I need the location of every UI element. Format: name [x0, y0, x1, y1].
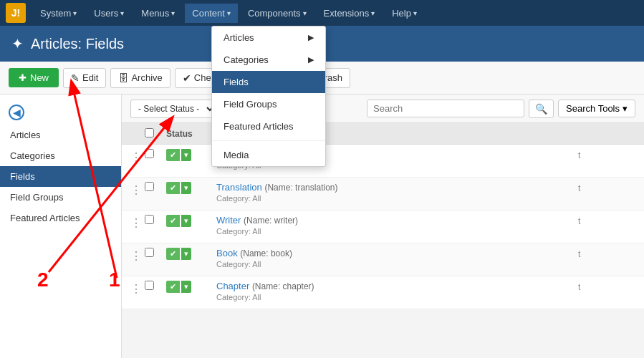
table-row: ⋮ ✔ ▾ Book (Name: book) Category: All t — [122, 243, 644, 276]
row-title-cell: Translation (Name: translation) Category… — [216, 182, 578, 203]
status-dropdown-button[interactable]: ▾ — [181, 248, 191, 260]
drag-handle[interactable]: ⋮ — [130, 182, 145, 197]
row-category: Category: All — [216, 194, 578, 203]
dropdown-divider — [212, 140, 325, 141]
status-dropdown-button[interactable]: ▾ — [181, 281, 191, 293]
row-checkbox[interactable] — [145, 215, 154, 224]
nav-extensions[interactable]: Extensions ▾ — [317, 4, 383, 23]
row-title-cell: Book (Name: book) Category: All — [216, 248, 578, 268]
status-published-button[interactable]: ✔ — [166, 182, 180, 194]
select-all-checkbox[interactable] — [145, 128, 154, 137]
chevron-down-icon: ▾ — [73, 9, 77, 17]
chevron-down-icon: ▾ — [303, 9, 307, 17]
new-button[interactable]: ✚ New — [9, 68, 59, 87]
table-row: ⋮ ✔ ▾ Chapter (Name: chapter) Category: … — [122, 276, 644, 309]
nav-system[interactable]: System ▾ — [33, 4, 84, 23]
status-dropdown-button[interactable]: ▾ — [181, 182, 191, 194]
dropdown-articles[interactable]: Articles ▶ — [212, 26, 325, 49]
checkin-icon: ✔ — [183, 72, 191, 84]
row-category: Category: All — [216, 293, 578, 301]
page-title: Articles: Fields — [31, 36, 124, 52]
row-checkbox-cell — [145, 281, 166, 292]
row-title-link[interactable]: Writer (Name: writer) — [216, 215, 298, 226]
chevron-down-icon: ▾ — [227, 9, 231, 17]
status-dropdown-button[interactable]: ▾ — [181, 149, 191, 161]
edit-button[interactable]: ✎ Edit — [63, 68, 106, 88]
chevron-right-icon: ▶ — [308, 33, 314, 42]
sidebar-item-field-groups[interactable]: Field Groups — [0, 187, 121, 208]
drag-handle[interactable]: ⋮ — [130, 281, 145, 296]
archive-button[interactable]: 🗄 Archive — [110, 68, 170, 88]
table-row: ⋮ ✔ ▾ Writer (Name: writer) Category: Al… — [122, 211, 644, 243]
status-cell: ✔ ▾ — [166, 182, 216, 194]
search-tools-button[interactable]: Search Tools ▾ — [558, 100, 635, 117]
chevron-down-icon: ▾ — [371, 9, 375, 17]
chevron-down-icon: ▾ — [623, 103, 628, 114]
row-checkbox-cell — [145, 182, 166, 193]
row-type: t — [578, 281, 635, 292]
chevron-right-icon: ▶ — [308, 55, 314, 64]
filter-bar: - Select Status - All 🔍 Search Tools ▾ — [122, 95, 644, 123]
filter-select[interactable]: - Select Status - — [130, 100, 216, 118]
sidebar: ◀ Articles Categories Fields Field Group… — [0, 95, 122, 358]
status-published-button[interactable]: ✔ — [166, 281, 180, 293]
table-body: ⋮ ✔ ▾ Ancient (Name: ancient) Category: … — [122, 145, 644, 309]
edit-icon: ✎ — [71, 72, 80, 84]
status-published-button[interactable]: ✔ — [166, 248, 180, 260]
nav-components[interactable]: Components ▾ — [241, 4, 314, 23]
dropdown-featured-articles[interactable]: Featured Articles — [212, 115, 325, 137]
nav-content[interactable]: Content ▾ — [185, 4, 238, 23]
chevron-down-icon: ▾ — [413, 9, 417, 17]
plus-icon: ✚ — [19, 72, 27, 83]
row-title-link[interactable]: Translation (Name: translation) — [216, 182, 337, 193]
sidebar-item-fields[interactable]: Fields — [0, 166, 121, 187]
search-input[interactable] — [367, 100, 524, 117]
search-button[interactable]: 🔍 — [529, 100, 554, 118]
joomla-logo[interactable]: J! — [6, 3, 26, 23]
status-published-button[interactable]: ✔ — [166, 149, 180, 161]
sidebar-item-featured-articles[interactable]: Featured Articles — [0, 208, 121, 228]
row-type: t — [578, 215, 635, 226]
row-checkbox[interactable] — [145, 248, 154, 257]
row-category: Category: All — [216, 227, 578, 236]
drag-handle[interactable]: ⋮ — [130, 149, 145, 164]
circle-back-icon: ◀ — [9, 105, 24, 120]
row-title-cell: Chapter (Name: chapter) Category: All — [216, 281, 578, 301]
row-title-cell: Writer (Name: writer) Category: All — [216, 215, 578, 236]
row-type: t — [578, 248, 635, 259]
dropdown-media[interactable]: Media — [212, 144, 325, 166]
row-checkbox[interactable] — [145, 281, 154, 290]
top-navbar: J! System ▾ Users ▾ Menus ▾ Content ▾ Co… — [0, 0, 644, 26]
row-type: t — [578, 149, 635, 160]
row-checkbox[interactable] — [145, 182, 154, 191]
row-category: Category: All — [216, 260, 578, 268]
dropdown-fields[interactable]: Fields — [212, 71, 325, 93]
status-cell: ✔ ▾ — [166, 215, 216, 227]
row-checkbox[interactable] — [145, 149, 154, 158]
status-published-button[interactable]: ✔ — [166, 215, 180, 227]
dropdown-field-groups[interactable]: Field Groups — [212, 93, 325, 115]
row-title-link[interactable]: Chapter (Name: chapter) — [216, 281, 314, 291]
row-checkbox-cell — [145, 149, 166, 160]
nav-users[interactable]: Users ▾ — [87, 4, 131, 23]
puzzle-icon: ✦ — [11, 35, 24, 52]
content-dropdown-menu: Articles ▶ Categories ▶ Fields Field Gro… — [211, 26, 326, 167]
table-row: ⋮ ✔ ▾ Ancient (Name: ancient) Category: … — [122, 145, 644, 178]
sidebar-item-articles[interactable]: Articles — [0, 125, 121, 145]
drag-handle[interactable]: ⋮ — [130, 215, 145, 230]
drag-handle[interactable]: ⋮ — [130, 248, 145, 263]
nav-help[interactable]: Help ▾ — [385, 4, 424, 23]
nav-menus[interactable]: Menus ▾ — [134, 4, 182, 23]
sidebar-back-button[interactable]: ◀ — [0, 100, 121, 125]
chevron-down-icon: ▾ — [171, 9, 175, 17]
annotation-label-1: 1 — [109, 268, 120, 291]
page-wrapper: J! System ▾ Users ▾ Menus ▾ Content ▾ Co… — [0, 0, 644, 358]
status-dropdown-button[interactable]: ▾ — [181, 215, 191, 227]
dropdown-categories[interactable]: Categories ▶ — [212, 49, 325, 71]
row-title-link[interactable]: Book (Name: book) — [216, 248, 292, 258]
sidebar-item-categories[interactable]: Categories — [0, 145, 121, 166]
status-cell: ✔ ▾ — [166, 248, 216, 260]
archive-icon: 🗄 — [118, 72, 128, 84]
row-checkbox-cell — [145, 215, 166, 226]
table-row: ⋮ ✔ ▾ Translation (Name: translation) Ca… — [122, 178, 644, 211]
